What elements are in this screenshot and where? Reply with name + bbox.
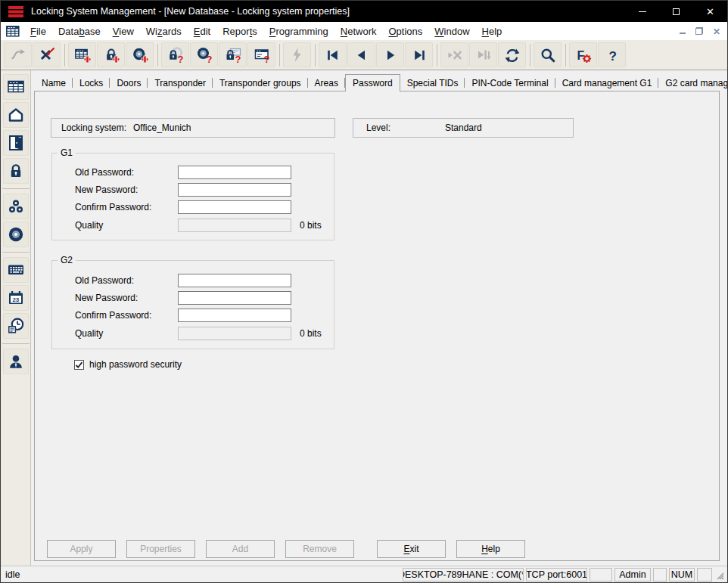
properties-button[interactable]: Properties: [126, 540, 195, 558]
menu-item-wizards[interactable]: Wizards: [140, 22, 188, 40]
menu-item-view[interactable]: View: [107, 22, 140, 40]
toolbar-new-transponder-button[interactable]: [126, 42, 154, 67]
toolbar-separator: [279, 44, 280, 67]
tab-locks[interactable]: Locks: [73, 76, 110, 91]
filter-settings-icon: F: [574, 46, 593, 64]
tab-card-management-g1[interactable]: Card management G1: [555, 76, 659, 91]
read-lock-card-icon: ?: [224, 46, 242, 64]
menu-item-edit[interactable]: Edit: [188, 22, 216, 40]
lock-icon: [6, 161, 26, 181]
remove-button[interactable]: Remove: [285, 540, 354, 558]
toolbar-read-lock-card-button[interactable]: ?: [219, 42, 247, 67]
apply-button[interactable]: Apply: [47, 540, 116, 558]
help-button[interactable]: Help: [456, 540, 525, 558]
toolbar-read-lock-button[interactable]: ?: [161, 42, 189, 67]
menu-item-help[interactable]: Help: [476, 22, 509, 40]
menu-item-reports[interactable]: Reports: [216, 22, 263, 40]
close-icon: ✕: [706, 6, 714, 17]
menu-item-network[interactable]: Network: [334, 22, 383, 40]
toolbar-new-lock-button[interactable]: [97, 42, 125, 67]
sidebar-transponder-group-button[interactable]: [3, 194, 29, 219]
toolbar-refresh-button[interactable]: [498, 42, 526, 67]
tab-password[interactable]: Password: [345, 74, 400, 91]
g1-new-password-row: New Password:: [52, 183, 334, 197]
disconnect-icon: [38, 46, 56, 64]
g1-confirm-password-label: Confirm Password:: [75, 202, 151, 212]
tab-strip: Name Locks Doors Transponder Transponder…: [34, 73, 720, 91]
home-icon: [6, 105, 26, 125]
sidebar-log-button[interactable]: [3, 313, 29, 339]
tab-doors[interactable]: Doors: [110, 76, 148, 91]
g1-new-password-input[interactable]: [178, 183, 291, 197]
resize-grip-icon[interactable]: [714, 569, 725, 581]
toolbar-read-terminal-button[interactable]: ?: [247, 42, 275, 67]
tab-g2-card-management[interactable]: G2 card management: [658, 76, 728, 91]
high-password-security-checkbox[interactable]: [74, 360, 84, 370]
toolbar-connect-button[interactable]: [4, 42, 32, 67]
mdi-restore-button[interactable]: [695, 27, 703, 35]
tab-areas[interactable]: Areas: [308, 76, 345, 91]
maximize-button[interactable]: [659, 1, 693, 22]
toolbar-read-transponder-button[interactable]: ?: [190, 42, 218, 67]
sidebar-matrix-button[interactable]: [3, 74, 29, 100]
tab-special-tids[interactable]: Special TIDs: [400, 76, 465, 91]
sidebar-separator: [2, 343, 30, 344]
high-password-security-row: high password security: [74, 359, 182, 370]
sidebar-home-button[interactable]: [3, 102, 29, 128]
toolbar-search-button[interactable]: [534, 42, 562, 67]
minimize-button[interactable]: [625, 1, 659, 22]
checkbox-check-icon: [75, 361, 83, 369]
status-tcp-panel: TCP port:6001: [526, 568, 587, 581]
toolbar-help-button[interactable]: ?: [598, 42, 626, 67]
g2-confirm-password-input[interactable]: [178, 309, 291, 322]
sidebar-door-button[interactable]: [3, 130, 29, 156]
toolbar-prev-record-button[interactable]: [347, 42, 375, 67]
first-record-icon: [324, 46, 342, 64]
toolbar-program-flash-button[interactable]: [283, 42, 311, 67]
mdi-minimize-button[interactable]: [680, 28, 686, 34]
sidebar-user-button[interactable]: [3, 349, 29, 374]
toolbar-filter-settings-button[interactable]: F: [569, 42, 597, 67]
menu-item-file[interactable]: File: [24, 22, 52, 40]
sidebar-transponder-button[interactable]: [3, 222, 29, 247]
status-connection-panel: DESKTOP-789HANE : COM(*): [403, 568, 524, 581]
menu-item-database[interactable]: Database: [52, 22, 107, 40]
tab-name[interactable]: Name: [35, 76, 73, 91]
g1-quality-label: Quality: [75, 220, 103, 231]
menu-item-options[interactable]: Options: [382, 22, 428, 40]
tab-pin-code-terminal[interactable]: PIN-Code Terminal: [465, 76, 555, 91]
toolbar-first-record-button[interactable]: [319, 42, 347, 67]
add-button[interactable]: Add: [206, 540, 275, 558]
g1-confirm-password-row: Confirm Password:: [52, 200, 334, 214]
tab-transponder[interactable]: Transponder: [148, 76, 213, 91]
toolbar-disconnect-button[interactable]: [33, 42, 61, 67]
toolbar-skip-button[interactable]: [469, 42, 497, 67]
g1-quality-row: Quality 0 bits: [52, 219, 334, 232]
g2-old-password-input[interactable]: [178, 274, 291, 287]
toolbar-cancel-button[interactable]: [440, 42, 468, 67]
exit-button[interactable]: Exit: [377, 540, 446, 558]
status-empty-panel-2: [653, 568, 667, 581]
transponder-icon: [6, 225, 26, 244]
close-button[interactable]: ✕: [693, 1, 727, 22]
sidebar-calendar-button[interactable]: 23: [3, 285, 29, 311]
toolbar-last-record-button[interactable]: [405, 42, 433, 67]
title-bar: Locking System Management - [New Databas…: [1, 1, 727, 22]
sidebar-matrix-view-button[interactable]: [3, 257, 29, 283]
g1-old-password-input[interactable]: [178, 166, 291, 179]
g1-confirm-password-input[interactable]: [178, 200, 291, 214]
menu-item-window[interactable]: Window: [428, 22, 475, 40]
level-box: Level: Standard: [353, 118, 574, 138]
toolbar-new-locking-system-button[interactable]: [68, 42, 96, 67]
toolbar-separator: [157, 44, 158, 67]
toolbar-next-record-button[interactable]: [376, 42, 404, 67]
g1-old-password-label: Old Password:: [75, 167, 134, 178]
tab-transponder-groups[interactable]: Transponder groups: [213, 76, 308, 91]
sidebar-lock-button[interactable]: [3, 158, 29, 184]
g2-quality-row: Quality 0 bits: [52, 327, 334, 340]
menu-bar: File Database View Wizards Edit Reports …: [1, 22, 727, 40]
g2-new-password-input[interactable]: [178, 291, 291, 305]
mdi-close-button[interactable]: ✕: [713, 26, 720, 37]
menu-item-programming[interactable]: Programming: [263, 22, 334, 40]
mdi-document-icon[interactable]: [6, 26, 20, 37]
